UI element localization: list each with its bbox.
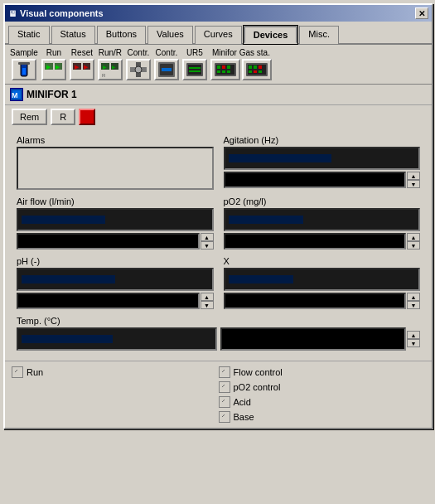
flowcontrol-check-icon <box>220 368 229 376</box>
tab-static[interactable]: Static <box>8 26 50 44</box>
field-po2-group: pO2 (mg/l) ▲ ▼ <box>219 193 426 253</box>
airflow-spinner: ▲ ▼ <box>201 233 214 250</box>
airflow-label: Air flow (l/min) <box>17 196 214 206</box>
toolbar-ur5-label: UR5 <box>186 48 203 57</box>
po2-spin-up[interactable]: ▲ <box>407 233 420 241</box>
tab-misc[interactable]: Misc. <box>299 26 339 44</box>
temp-input-row: ▲ ▼ <box>220 327 421 351</box>
agitation-label: Agitation (Hz) <box>224 135 421 145</box>
checkbox-po2control-indicator <box>219 381 230 393</box>
toolbar-runr-btn[interactable]: ▶ ▶ R <box>98 59 123 80</box>
toolbar-contr2-group: Contr. <box>154 48 179 80</box>
airflow-spin-down[interactable]: ▼ <box>201 241 214 250</box>
toolbar-runr-group: Run/R ▶ ▶ R <box>98 48 123 80</box>
x-bar <box>229 275 294 284</box>
svg-text:▶: ▶ <box>103 65 107 70</box>
svg-point-19 <box>135 66 142 73</box>
runr-icon: ▶ ▶ R <box>99 61 121 79</box>
checkbox-base-indicator <box>219 411 230 423</box>
toolbar-reset-btn[interactable]: ▶ ▶ <box>70 59 94 80</box>
ph-spinner: ▲ ▼ <box>201 293 214 309</box>
tab-status[interactable]: Status <box>51 26 95 44</box>
airflow-spin-up[interactable]: ▲ <box>201 233 214 241</box>
checkbox-acid-label: Acid <box>234 397 251 407</box>
svg-rect-2 <box>18 62 30 65</box>
window-icon: 🖥 <box>8 9 17 18</box>
toolbar-contr1-group: Contr. <box>126 48 151 80</box>
agitation-number[interactable] <box>224 172 407 188</box>
tab-values[interactable]: Values <box>147 26 193 44</box>
close-button[interactable]: ✕ <box>415 7 428 19</box>
ph-input-row: ▲ ▼ <box>17 293 214 309</box>
ph-number[interactable] <box>17 293 200 309</box>
toolbar-run-btn[interactable]: ▶ ▶ <box>41 59 66 80</box>
svg-rect-41 <box>254 70 257 73</box>
agitation-spin-down[interactable]: ▼ <box>407 180 420 188</box>
agitation-input-row: ▲ ▼ <box>224 172 421 188</box>
agitation-display <box>224 147 421 170</box>
checkbox-run-indicator <box>12 366 23 378</box>
svg-line-46 <box>15 370 17 372</box>
sample-icon <box>15 61 33 78</box>
temp-spin-up[interactable]: ▲ <box>407 331 420 339</box>
tab-buttons[interactable]: Buttons <box>97 26 146 44</box>
red-indicator <box>79 109 95 125</box>
x-number[interactable] <box>224 293 407 309</box>
acid-check-icon <box>220 398 229 406</box>
temp-number[interactable] <box>220 327 407 351</box>
svg-rect-37 <box>249 65 252 69</box>
airflow-input-row: ▲ ▼ <box>17 233 214 250</box>
toolbar-minifor-btn2[interactable] <box>242 59 272 80</box>
agitation-bar <box>229 154 331 162</box>
checkbox-acid-row: Acid <box>219 395 426 410</box>
run-check-icon <box>13 368 22 376</box>
airflow-number[interactable] <box>17 233 200 250</box>
x-spin-down[interactable]: ▼ <box>407 301 420 309</box>
tab-devices[interactable]: Devices <box>244 26 298 44</box>
svg-rect-33 <box>222 70 225 73</box>
svg-rect-1 <box>22 68 26 75</box>
field-temp-group: Temp. (°C) ▲ ▼ <box>12 313 425 356</box>
field-airflow-group: Air flow (l/min) ▲ ▼ <box>12 193 219 253</box>
agitation-spinner: ▲ ▼ <box>407 172 420 188</box>
x-spin-up[interactable]: ▲ <box>407 293 420 301</box>
minifor1-icon <box>213 61 238 79</box>
toolbar-ur5-btn[interactable] <box>182 59 207 80</box>
x-display <box>224 268 421 291</box>
rem-button[interactable]: Rem <box>12 109 47 125</box>
toolbar-reset-group: Reset ▶ ▶ <box>70 48 94 80</box>
po2-input-row: ▲ ▼ <box>224 233 421 250</box>
svg-rect-40 <box>249 70 252 73</box>
po2control-check-icon <box>220 383 229 391</box>
agitation-spin-up[interactable]: ▲ <box>407 172 420 180</box>
svg-rect-22 <box>162 68 172 71</box>
checkbox-run-row: Run <box>12 365 219 380</box>
toolbar: Sample Run ▶ ▶ <box>5 45 432 85</box>
ph-spin-down[interactable]: ▼ <box>201 301 214 309</box>
toolbar-reset-label: Reset <box>71 48 93 57</box>
toolbar-minifor-btn1[interactable] <box>210 59 240 80</box>
svg-rect-32 <box>217 70 220 73</box>
contr1-icon <box>128 61 149 79</box>
po2-spin-down[interactable]: ▼ <box>407 241 420 250</box>
po2-number[interactable] <box>224 233 407 250</box>
minifor2-icon <box>244 61 269 79</box>
checkbox-po2control-row: pO2 control <box>219 380 426 395</box>
field-x-group: X ▲ ▼ <box>219 253 426 313</box>
main-content: M MINIFOR 1 Rem R Alarms Agitation (Hz) <box>5 85 432 428</box>
po2-spinner: ▲ ▼ <box>407 233 420 250</box>
ph-spin-up[interactable]: ▲ <box>201 293 214 301</box>
toolbar-contr2-btn[interactable] <box>154 59 179 80</box>
svg-rect-24 <box>188 65 201 75</box>
toolbar-minifor-group: Minifor Gas sta. <box>210 48 272 80</box>
svg-line-48 <box>222 385 225 387</box>
temp-spin-down[interactable]: ▼ <box>407 339 420 347</box>
temp-right: ▲ ▼ <box>220 327 421 352</box>
toolbar-sample-btn[interactable] <box>12 59 36 80</box>
po2-display <box>224 208 421 231</box>
svg-text:▶: ▶ <box>112 65 116 70</box>
checkboxes-col2: Flow control pO2 control <box>219 365 426 424</box>
r-button[interactable]: R <box>51 109 75 125</box>
tab-curves[interactable]: Curves <box>195 26 242 44</box>
toolbar-contr1-btn[interactable] <box>126 59 151 80</box>
